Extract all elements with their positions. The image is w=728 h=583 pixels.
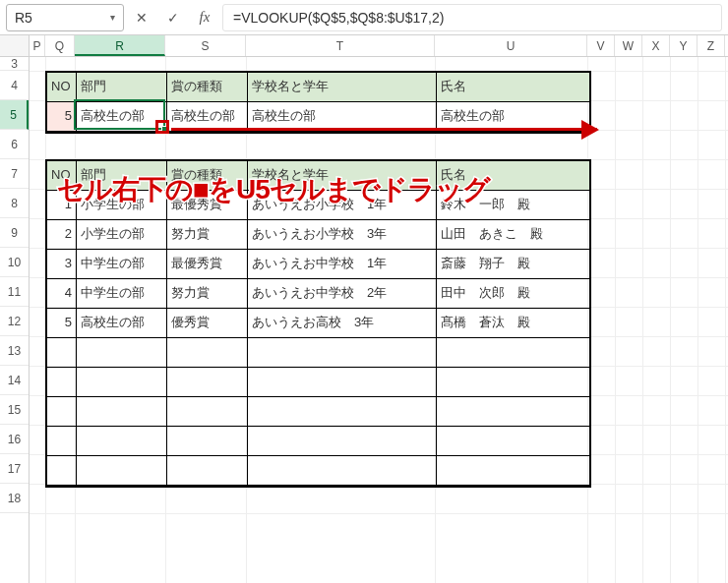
table-row [47, 456, 589, 486]
table-row: 3中学生の部最優秀賞あいうえお中学校 1年斎藤 翔子 殿 [47, 250, 589, 279]
cell[interactable] [77, 427, 167, 456]
cell[interactable] [167, 456, 248, 486]
row-header-10[interactable]: 10 [0, 248, 29, 277]
cell[interactable]: 優秀賞 [167, 309, 248, 338]
col-header-T[interactable]: T [246, 35, 435, 56]
cell[interactable]: 4 [47, 279, 77, 309]
row-header-4[interactable]: 4 [0, 71, 29, 100]
cell[interactable] [47, 456, 77, 486]
cell[interactable] [77, 397, 167, 427]
col-header-Q[interactable]: Q [45, 35, 75, 56]
cell[interactable] [437, 427, 589, 456]
col-header-Y[interactable]: Y [670, 35, 698, 56]
col-header-P[interactable]: P [30, 35, 45, 56]
row-header-8[interactable]: 8 [0, 189, 29, 218]
accept-icon[interactable]: ✓ [159, 4, 187, 31]
chevron-down-icon[interactable]: ▾ [110, 12, 115, 23]
cell[interactable]: 小学生の部 [77, 220, 167, 250]
table-top: NO 部門 賞の種類 学校名と学年 氏名 5 高校生の部 高校生の部 高校生の部… [45, 71, 591, 134]
select-all-corner[interactable] [0, 35, 30, 56]
row-header-7[interactable]: 7 [0, 159, 29, 189]
cell[interactable] [47, 427, 77, 456]
cell[interactable] [248, 338, 437, 368]
cell[interactable] [77, 456, 167, 486]
col-header-U[interactable]: U [435, 35, 587, 56]
col-header-R[interactable]: R [75, 35, 165, 56]
cell[interactable]: あいうえお高校 3年 [248, 309, 437, 338]
cell[interactable]: 2 [47, 220, 77, 250]
cell[interactable]: 中学生の部 [77, 250, 167, 279]
cell[interactable]: あいうえお小学校 3年 [248, 220, 437, 250]
table-row [47, 397, 589, 427]
cells-area[interactable]: NO 部門 賞の種類 学校名と学年 氏名 5 高校生の部 高校生の部 高校生の部… [30, 57, 728, 583]
cell[interactable]: 高校生の部 [77, 102, 167, 132]
annotation-text: セル右下の■をU5セルまでドラッグ [57, 171, 490, 208]
cell[interactable]: 5 [47, 102, 77, 132]
row-header-5[interactable]: 5 [0, 100, 29, 130]
table-row: NO 部門 賞の種類 学校名と学年 氏名 [47, 73, 589, 102]
col-header-W[interactable]: W [615, 35, 642, 56]
cell[interactable] [248, 427, 437, 456]
cell[interactable] [167, 368, 248, 397]
cell[interactable] [167, 338, 248, 368]
cell[interactable] [437, 397, 589, 427]
cell[interactable] [437, 368, 589, 397]
cell[interactable] [437, 456, 589, 486]
annotation-start-square [155, 120, 169, 134]
row-header-16[interactable]: 16 [0, 425, 29, 454]
cell[interactable] [437, 338, 589, 368]
cell[interactable]: NO [47, 73, 77, 102]
cell[interactable]: 斎藤 翔子 殿 [437, 250, 589, 279]
col-header-Z[interactable]: Z [698, 35, 725, 56]
row-header-14[interactable]: 14 [0, 366, 29, 395]
cell[interactable]: 努力賞 [167, 220, 248, 250]
row-header-13[interactable]: 13 [0, 336, 29, 366]
cell[interactable]: 山田 あきこ 殿 [437, 220, 589, 250]
row-header-11[interactable]: 11 [0, 277, 29, 307]
grid: 3456789101112131415161718 NO 部門 賞の種類 学校名… [0, 57, 728, 583]
row-header-15[interactable]: 15 [0, 395, 29, 425]
cell[interactable]: 5 [47, 309, 77, 338]
cancel-icon[interactable]: ✕ [128, 4, 155, 31]
row-header-9[interactable]: 9 [0, 218, 29, 248]
cell[interactable]: 3 [47, 250, 77, 279]
cell[interactable] [47, 338, 77, 368]
row-header-3[interactable]: 3 [0, 57, 29, 71]
cell[interactable] [248, 397, 437, 427]
cell[interactable]: 部門 [77, 73, 167, 102]
row-header-18[interactable]: 18 [0, 484, 29, 513]
cell[interactable]: あいうえお中学校 2年 [248, 279, 437, 309]
col-header-X[interactable]: X [642, 35, 670, 56]
row-header-12[interactable]: 12 [0, 307, 29, 336]
cell[interactable] [77, 338, 167, 368]
cell[interactable]: 中学生の部 [77, 279, 167, 309]
cell[interactable] [47, 397, 77, 427]
table-row: 4中学生の部努力賞あいうえお中学校 2年田中 次郎 殿 [47, 279, 589, 309]
name-box-text: R5 [15, 10, 32, 26]
cell[interactable] [167, 427, 248, 456]
cell[interactable]: 髙橋 蒼汰 殿 [437, 309, 589, 338]
row-header-6[interactable]: 6 [0, 130, 29, 159]
cell[interactable]: 高校生の部 [77, 309, 167, 338]
fx-icon[interactable]: fx [191, 4, 218, 31]
col-header-S[interactable]: S [165, 35, 246, 56]
cell[interactable] [77, 368, 167, 397]
col-header-V[interactable]: V [587, 35, 615, 56]
row-headers: 3456789101112131415161718 [0, 57, 30, 583]
cell[interactable]: 賞の種類 [167, 73, 248, 102]
column-headers: PQRSTUVWXYZ [0, 35, 728, 57]
table-row: 2小学生の部努力賞あいうえお小学校 3年山田 あきこ 殿 [47, 220, 589, 250]
cell[interactable] [167, 397, 248, 427]
cell[interactable]: 学校名と学年 [248, 73, 437, 102]
cell[interactable]: 田中 次郎 殿 [437, 279, 589, 309]
cell[interactable] [248, 368, 437, 397]
cell[interactable] [47, 368, 77, 397]
name-box[interactable]: R5 ▾ [6, 4, 124, 31]
cell[interactable]: あいうえお中学校 1年 [248, 250, 437, 279]
cell[interactable]: 最優秀賞 [167, 250, 248, 279]
cell[interactable]: 氏名 [437, 73, 589, 102]
cell[interactable]: 努力賞 [167, 279, 248, 309]
row-header-17[interactable]: 17 [0, 454, 29, 484]
cell[interactable] [248, 456, 437, 486]
formula-input[interactable]: =VLOOKUP($Q$5,$Q$8:$U$17,2) [222, 4, 722, 31]
